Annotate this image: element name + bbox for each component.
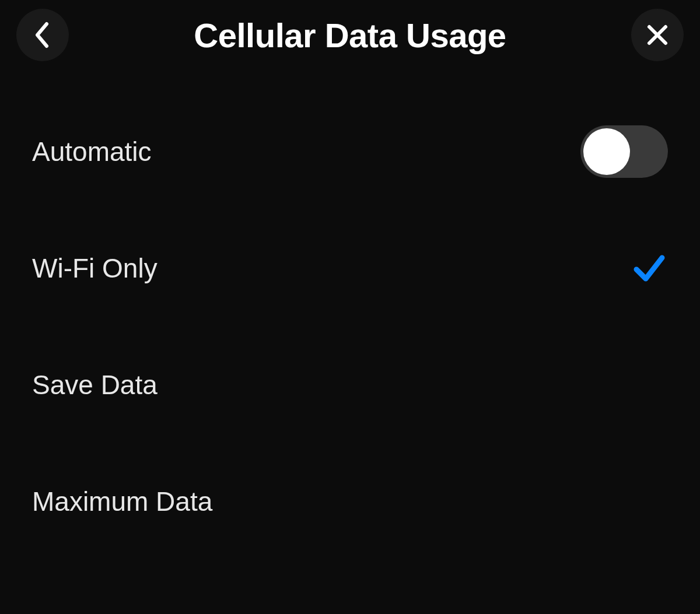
row-maximum-data[interactable]: Maximum Data <box>32 443 668 560</box>
back-button[interactable] <box>16 9 69 61</box>
row-automatic[interactable]: Automatic <box>32 93 668 210</box>
checkmark-icon <box>631 250 668 287</box>
chevron-left-icon <box>34 22 51 48</box>
page-title: Cellular Data Usage <box>69 16 631 55</box>
row-label-save-data: Save Data <box>32 369 158 401</box>
settings-list: Automatic Wi-Fi Only Save Data Maximum D… <box>0 70 700 560</box>
close-icon <box>646 23 669 47</box>
header-bar: Cellular Data Usage <box>0 0 700 70</box>
toggle-knob <box>583 128 630 175</box>
checkmark-wifi-only <box>631 250 668 287</box>
row-wifi-only[interactable]: Wi-Fi Only <box>32 210 668 327</box>
row-label-automatic: Automatic <box>32 136 152 167</box>
automatic-toggle[interactable] <box>580 125 668 178</box>
row-label-wifi-only: Wi-Fi Only <box>32 252 158 284</box>
row-save-data[interactable]: Save Data <box>32 327 668 443</box>
row-label-maximum-data: Maximum Data <box>32 486 212 517</box>
close-button[interactable] <box>631 9 684 61</box>
